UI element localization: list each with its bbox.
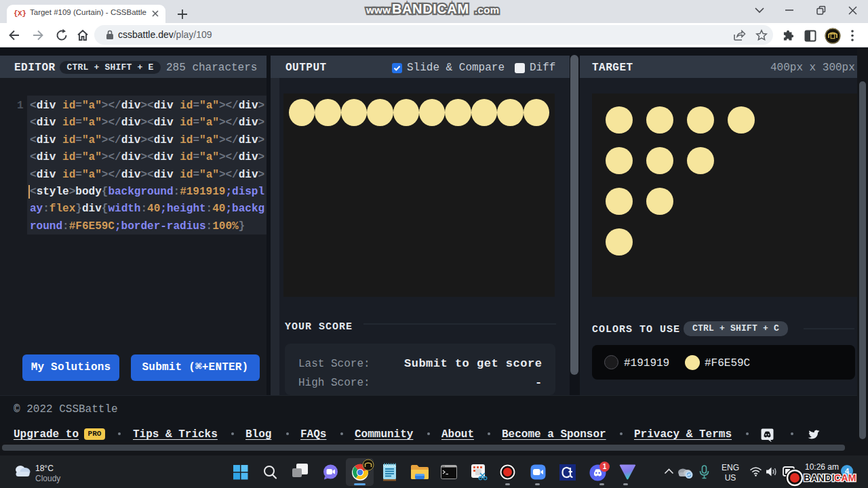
svg-text:BANDICAM: BANDICAM: [392, 1, 469, 16]
svg-text:.com: .com: [475, 4, 500, 16]
svg-text:CAM: CAM: [834, 472, 856, 483]
svg-text:BANDI: BANDI: [804, 472, 835, 483]
svg-text:www.: www.: [366, 4, 393, 16]
